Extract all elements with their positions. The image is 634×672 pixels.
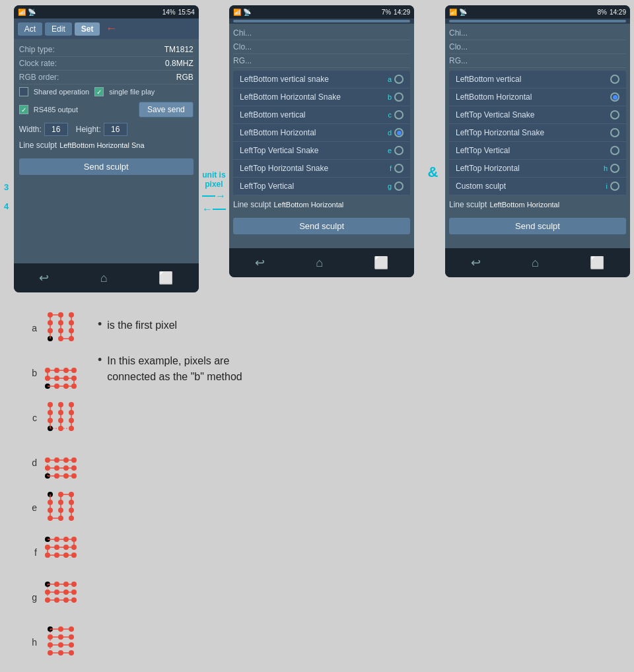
dropdown-item-2-4[interactable]: LeftTop Vertical Snake e [233, 142, 410, 160]
clock-rate-row: Clock rate: 0.8MHZ [19, 57, 194, 71]
radio-3-2[interactable] [610, 110, 619, 119]
send-sculpt-btn-1[interactable]: Send sculpt [19, 158, 194, 175]
diagram-label-d: d [26, 457, 37, 468]
chip-type-row: Chip type: TM1812 [19, 43, 194, 57]
dropdown-item-2-1[interactable]: LeftBottom Horizontal Snake b [233, 88, 410, 106]
radio-2-5[interactable] [394, 164, 404, 173]
wh-row: Width: Height: [19, 120, 194, 139]
amp-annotation: & [421, 5, 445, 181]
status-left-icons-3: 📶 📡 [449, 9, 467, 16]
radio-2-0[interactable] [394, 75, 404, 84]
explanation-2: • In this example, pixels areconnected a… [98, 353, 608, 385]
rs485-label: RS485 output [34, 106, 78, 114]
diagram-label-h: h [26, 637, 37, 648]
diagram-d: d [26, 446, 78, 480]
back-icon-1[interactable]: ↩ [39, 271, 49, 285]
label-4: 4 [4, 197, 9, 217]
dropdown-item-3-5[interactable]: LeftTop Horizontal h [449, 160, 626, 178]
explanation-text-1: is the first pixel [107, 318, 177, 333]
status-left-icons-1: 📶 📡 [18, 9, 36, 16]
send-sculpt-btn-3[interactable]: Send sculpt [449, 218, 626, 234]
diagram-svg-g [44, 580, 78, 615]
wifi-icon-2: 📡 [243, 9, 251, 16]
dropdown-item-2-5[interactable]: LeftTop Horizontal Snake f [233, 160, 410, 178]
home-icon-3[interactable]: ⌂ [532, 256, 539, 270]
diagrams-column: a [26, 311, 78, 659]
phone-3: 📶 📡 8% 14:29 Chi... Clo... RG... [445, 5, 630, 277]
radio-3-4[interactable] [610, 146, 619, 155]
phone-body-2: Chi... Clo... RG... LeftBottom vertical … [229, 24, 414, 248]
dropdown-item-3-6[interactable]: Custom sculpt i [449, 178, 626, 195]
send-sculpt-btn-2[interactable]: Send sculpt [233, 218, 410, 234]
diagram-h: h [26, 625, 78, 659]
dropdown-item-2-6[interactable]: LeftTop Vertical g [233, 178, 410, 195]
dropdown-list-2: LeftBottom vertical snake a LeftBottom H… [233, 71, 410, 195]
amp-symbol: & [428, 164, 439, 181]
shared-op-checkbox[interactable] [19, 87, 28, 96]
recent-icon-1[interactable]: ⬜ [158, 271, 173, 285]
scrollbar-hint-2 [233, 20, 410, 22]
explanation-column: • is the first pixel • In this example, … [98, 311, 608, 405]
rgb-order-row: RGB order: RGB [19, 71, 194, 84]
status-right-2: 7% 14:29 [382, 9, 410, 16]
radio-3-6[interactable] [610, 182, 619, 191]
time-2: 14:29 [394, 9, 410, 16]
diagram-e: e [26, 490, 78, 525]
dropdown-item-3-3[interactable]: LeftTop Horizontal Snake [449, 124, 626, 142]
diagram-label-b: b [26, 368, 37, 378]
dropdown-item-2-2[interactable]: LeftBottom vertical c [233, 106, 410, 124]
status-right-1: 14% 15:54 [162, 9, 195, 16]
rgb-row-3: RG... [449, 54, 626, 68]
diagram-svg-a [44, 311, 78, 345]
home-icon-2[interactable]: ⌂ [316, 256, 323, 270]
recent-icon-2[interactable]: ⬜ [374, 255, 388, 270]
diagram-label-e: e [26, 502, 37, 513]
radio-3-0[interactable] [610, 75, 619, 84]
diagram-svg-e [44, 490, 78, 525]
clock-label-2: Clo... [233, 42, 289, 51]
back-icon-3[interactable]: ↩ [471, 255, 481, 270]
phone-body-3: Chi... Clo... RG... LeftBottom vertical … [445, 24, 630, 248]
dropdown-item-3-0[interactable]: LeftBottom vertical [449, 71, 626, 88]
dropdown-item-3-4[interactable]: LeftTop Vertical [449, 142, 626, 160]
radio-2-1[interactable] [394, 92, 404, 102]
rgb-value: RGB [75, 73, 194, 82]
chip-row-2: Chi... [233, 26, 410, 40]
single-file-checkbox[interactable]: ✓ [94, 87, 104, 96]
dropdown-item-3-1[interactable]: LeftBottom Horizontal [449, 88, 626, 106]
radio-3-1[interactable] [610, 92, 619, 102]
diagram-label-g: g [26, 592, 37, 603]
dropdown-item-3-2[interactable]: LeftTop Vertical Snake [449, 106, 626, 124]
edit-btn[interactable]: Edit [45, 22, 72, 36]
diagram-label-a: a [26, 323, 37, 333]
sculpt-value-2: LeftBottom Horizontal [273, 201, 343, 209]
signal-icon-2: 📶 [233, 9, 241, 16]
height-input[interactable] [104, 123, 127, 136]
rs485-checkbox[interactable]: ✓ [19, 105, 28, 114]
home-icon-1[interactable]: ⌂ [100, 271, 108, 285]
clock-value: 0.8MHZ [75, 59, 194, 68]
diagram-svg-h [44, 625, 78, 659]
radio-3-5[interactable] [610, 164, 619, 173]
dropdown-item-2-3[interactable]: LeftBottom Horizontal d [233, 124, 410, 142]
unit-text: unit ispixel [202, 170, 225, 189]
width-input[interactable] [44, 123, 68, 136]
diagram-label-c: c [26, 413, 37, 423]
radio-2-3[interactable] [394, 128, 404, 137]
radio-2-4[interactable] [394, 146, 404, 155]
radio-2-2[interactable] [394, 110, 404, 119]
height-label: Height: [76, 125, 101, 134]
time-1: 15:54 [178, 9, 195, 16]
radio-3-3[interactable] [610, 128, 619, 137]
save-send-btn[interactable]: Save send [139, 102, 194, 118]
status-left-icons-2: 📶 📡 [233, 9, 251, 16]
act-btn[interactable]: Act [18, 22, 42, 36]
chip-label-2: Chi... [233, 28, 289, 38]
recent-icon-3[interactable]: ⬜ [590, 255, 604, 270]
radio-2-6[interactable] [394, 182, 404, 191]
explanation-text-2: In this example, pixels areconnected as … [107, 353, 242, 385]
dropdown-item-2-0[interactable]: LeftBottom vertical snake a [233, 71, 410, 88]
back-icon-2[interactable]: ↩ [255, 255, 265, 270]
scrollbar-hint-3 [449, 20, 626, 22]
set-btn[interactable]: Set [75, 22, 100, 36]
